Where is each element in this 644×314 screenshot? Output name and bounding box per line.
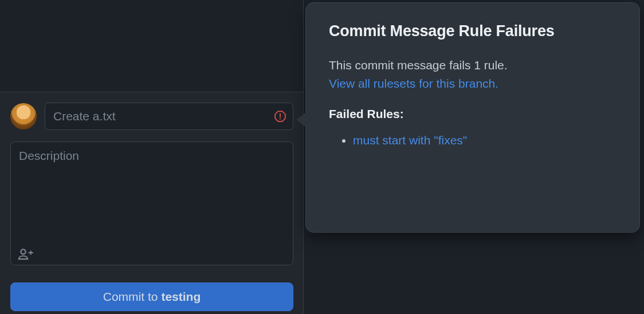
failed-rules-list: must start with "fixes" [329, 134, 616, 147]
description-wrap [10, 142, 293, 268]
person-add-icon [17, 245, 33, 261]
commit-panel: Commit to testing [0, 92, 304, 314]
commit-button-branch: testing [161, 290, 201, 304]
commit-button-prefix: Commit to [103, 290, 158, 304]
list-item: must start with "fixes" [353, 134, 616, 147]
panel-divider [303, 0, 304, 314]
svg-point-2 [280, 118, 281, 119]
popover-title: Commit Message Rule Failures [329, 22, 616, 40]
commit-summary-input[interactable] [45, 103, 293, 130]
add-coauthor-button[interactable] [16, 244, 34, 262]
failed-rule-link[interactable]: must start with "fixes" [353, 134, 467, 147]
commit-button[interactable]: Commit to testing [10, 282, 293, 311]
summary-input-wrap [45, 103, 293, 130]
summary-row [10, 103, 293, 130]
alert-icon[interactable] [274, 110, 286, 123]
popover-pointer [296, 112, 307, 128]
commit-description-input[interactable] [10, 142, 293, 265]
view-rulesets-link[interactable]: View all rulesets for this branch. [329, 74, 498, 93]
avatar[interactable] [10, 103, 37, 129]
failed-rules-heading: Failed Rules: [329, 107, 616, 121]
rule-failure-popover: Commit Message Rule Failures This commit… [305, 2, 640, 233]
popover-body: This commit message fails 1 rule. [329, 56, 616, 74]
